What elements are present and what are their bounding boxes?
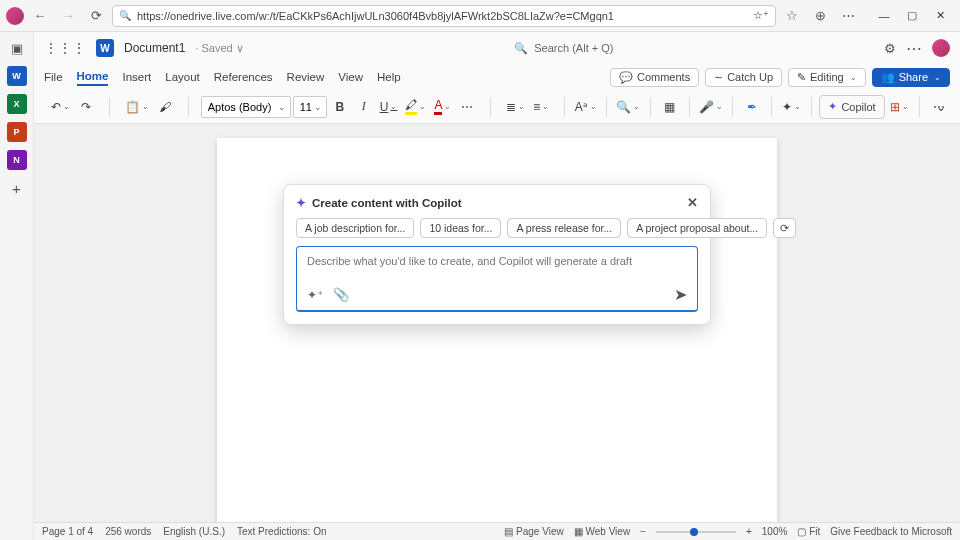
styles-button[interactable]: Aᵃ⌄ <box>573 95 598 119</box>
minimize-button[interactable]: — <box>870 4 898 28</box>
sidebar-excel-icon[interactable]: X <box>7 94 27 114</box>
back-button[interactable]: ← <box>28 4 52 28</box>
tab-home[interactable]: Home <box>77 68 109 86</box>
status-page[interactable]: Page 1 of 4 <box>42 526 93 537</box>
lock-icon: 🔍 <box>119 10 131 21</box>
profile-avatar[interactable] <box>6 7 24 25</box>
page-view-button[interactable]: ▤ Page View <box>504 526 563 537</box>
browser-toolbar: ← → ⟳ 🔍 https://onedrive.live.com/w:/t/E… <box>0 0 960 32</box>
catchup-icon: ∼ <box>714 71 723 84</box>
maximize-button[interactable]: ▢ <box>898 4 926 28</box>
status-words[interactable]: 256 words <box>105 526 151 537</box>
paste-button[interactable]: 📋⌄ <box>122 95 152 119</box>
title-bar: ⋮⋮⋮ W Document1 · Saved ∨ 🔍 Search (Alt … <box>34 32 960 64</box>
edge-sidebar: ▣ W X P N + <box>0 32 34 540</box>
editing-button[interactable]: ✎Editing⌄ <box>788 68 866 87</box>
grid-toggle-button[interactable]: ⊞⌄ <box>889 95 911 119</box>
status-language[interactable]: English (U.S.) <box>163 526 225 537</box>
collections-icon[interactable]: ⊕ <box>808 4 832 28</box>
copilot-panel: ✦ Create content with Copilot ✕ A job de… <box>283 184 711 325</box>
suggestion-chip-job[interactable]: A job description for... <box>296 218 414 238</box>
copilot-icon: ✦ <box>828 100 837 113</box>
bold-button[interactable]: B <box>329 95 351 119</box>
dictate-button[interactable]: 🎤⌄ <box>698 95 725 119</box>
copilot-sparkle-icon: ✦ <box>296 196 306 210</box>
zoom-in-button[interactable]: + <box>746 526 752 537</box>
overflow-icon[interactable]: ⋯ <box>906 39 922 58</box>
font-family-select[interactable]: Aptos (Body) <box>201 96 291 118</box>
ribbon-collapse-button[interactable]: ⌄ <box>930 95 952 119</box>
search-box[interactable]: 🔍 Search (Alt + Q) <box>514 42 613 55</box>
format-painter-button[interactable]: 🖌 <box>154 95 176 119</box>
more-icon[interactable]: ⋯ <box>836 4 860 28</box>
tab-file[interactable]: File <box>44 69 63 85</box>
highlight-button[interactable]: 🖍⌄ <box>402 95 429 119</box>
copilot-input-area: ✦⁺ 📎 ➤ <box>296 246 698 312</box>
document-canvas: ✦ Create content with Copilot ✕ A job de… <box>34 124 960 522</box>
tab-references[interactable]: References <box>214 69 273 85</box>
comments-button[interactable]: 💬Comments <box>610 68 699 87</box>
web-view-button[interactable]: ▦ Web View <box>574 526 630 537</box>
send-icon[interactable]: ➤ <box>674 285 687 304</box>
pencil-icon: ✎ <box>797 71 806 84</box>
address-bar[interactable]: 🔍 https://onedrive.live.com/w:/t/EaCKkPs… <box>112 5 776 27</box>
document-name[interactable]: Document1 <box>124 41 185 55</box>
favorites-icon[interactable]: ☆ <box>780 4 804 28</box>
tab-layout[interactable]: Layout <box>165 69 200 85</box>
forward-button: → <box>56 4 80 28</box>
suggestion-chip-press[interactable]: A press release for... <box>507 218 621 238</box>
sidebar-onenote-icon[interactable]: N <box>7 150 27 170</box>
sparkle-icon[interactable]: ✦⁺ <box>307 288 323 302</box>
copilot-textarea[interactable] <box>307 255 687 273</box>
copilot-button[interactable]: ✦ Copilot <box>819 95 884 119</box>
zoom-level[interactable]: 100% <box>762 526 788 537</box>
sidebar-add-icon[interactable]: + <box>7 178 27 198</box>
table-button[interactable]: ▦ <box>659 95 681 119</box>
close-icon[interactable]: ✕ <box>687 195 698 210</box>
app-launcher-icon[interactable]: ⋮⋮⋮ <box>44 40 86 56</box>
find-button[interactable]: 🔍⌄ <box>615 95 642 119</box>
fit-button[interactable]: ▢ Fit <box>797 526 820 537</box>
zoom-slider[interactable] <box>656 531 736 533</box>
tab-view[interactable]: View <box>338 69 363 85</box>
copilot-heading: Create content with Copilot <box>312 197 462 209</box>
search-placeholder: Search (Alt + Q) <box>534 42 613 54</box>
close-window-button[interactable]: ✕ <box>926 4 954 28</box>
feedback-link[interactable]: Give Feedback to Microsoft <box>830 526 952 537</box>
underline-button[interactable]: U⌄ <box>377 95 401 119</box>
bullets-button[interactable]: ≣⌄ <box>503 95 528 119</box>
italic-button[interactable]: I <box>353 95 375 119</box>
sidebar-powerpoint-icon[interactable]: P <box>7 122 27 142</box>
suggestion-chip-ideas[interactable]: 10 ideas for... <box>420 218 501 238</box>
zoom-out-button[interactable]: − <box>640 526 646 537</box>
sidebar-word-icon[interactable]: W <box>7 66 27 86</box>
font-color-button[interactable]: A⌄ <box>431 95 454 119</box>
read-aloud-icon[interactable]: ☆⁺ <box>753 9 769 22</box>
designer-button[interactable]: ✦⌄ <box>780 95 802 119</box>
settings-icon[interactable]: ⚙ <box>884 41 896 56</box>
suggestion-chip-proposal[interactable]: A project proposal about... <box>627 218 767 238</box>
comment-icon: 💬 <box>619 71 633 84</box>
undo-button[interactable]: ↶⌄ <box>48 95 73 119</box>
word-app: ⋮⋮⋮ W Document1 · Saved ∨ 🔍 Search (Alt … <box>34 32 960 522</box>
share-button[interactable]: 👥Share⌄ <box>872 68 950 87</box>
refresh-button[interactable]: ⟳ <box>84 4 108 28</box>
catch-up-button[interactable]: ∼Catch Up <box>705 68 782 87</box>
account-avatar[interactable] <box>932 39 950 57</box>
status-bar: Page 1 of 4 256 words English (U.S.) Tex… <box>34 522 960 540</box>
sidebar-tab-icon[interactable]: ▣ <box>7 38 27 58</box>
save-status[interactable]: · Saved ∨ <box>195 42 243 55</box>
tab-review[interactable]: Review <box>287 69 325 85</box>
redo-button[interactable]: ↷ <box>75 95 97 119</box>
search-icon: 🔍 <box>514 42 528 55</box>
status-predictions[interactable]: Text Predictions: On <box>237 526 326 537</box>
refresh-suggestions-button[interactable]: ⟳ <box>773 218 796 238</box>
attach-icon[interactable]: 📎 <box>333 287 349 302</box>
font-more-button[interactable]: ⋯ <box>456 95 478 119</box>
editor-button[interactable]: ✒ <box>741 95 763 119</box>
align-button[interactable]: ≡⌄ <box>530 95 552 119</box>
tab-help[interactable]: Help <box>377 69 401 85</box>
word-icon: W <box>96 39 114 57</box>
tab-insert[interactable]: Insert <box>122 69 151 85</box>
font-size-select[interactable]: 11 <box>293 96 327 118</box>
